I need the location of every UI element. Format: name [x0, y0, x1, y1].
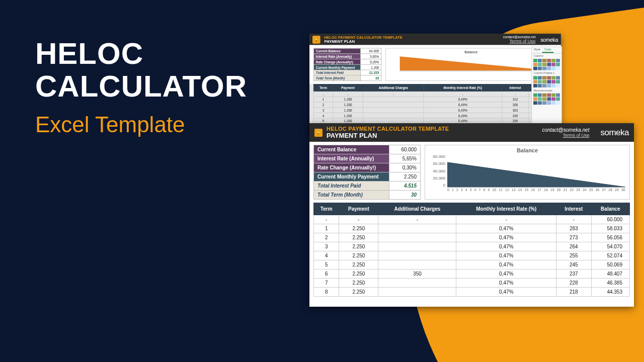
palette-tab-color[interactable]: Color — [542, 47, 553, 53]
color-palette-panel[interactable]: Style Color Colorful Colorful Palette 1 … — [531, 47, 562, 132]
terms-link[interactable]: Terms of Use — [542, 133, 589, 138]
lock-icon: 🔒 — [312, 35, 320, 43]
table-header: Monthly Interest Rate (%) — [456, 203, 556, 215]
table-header: Payment — [339, 203, 378, 215]
input-params-table: Current Balance64.000Interest Rate (Annu… — [313, 48, 381, 81]
table-row: 32.2500,47%26454.070 — [314, 242, 630, 251]
lock-icon: 🔒 — [314, 129, 323, 137]
param-label: Total Term (Month) — [314, 191, 389, 200]
table-header: Term — [314, 203, 339, 215]
table-row: -----60.000 — [314, 215, 630, 224]
table-header: Payment — [333, 84, 363, 92]
contact-email: contact@someka.net — [542, 127, 589, 133]
table-header: Balance — [591, 203, 629, 215]
table-row: 12.2500,47%28358.033 — [314, 224, 630, 233]
param-value: 5,65% — [389, 154, 421, 163]
param-value: 30 — [389, 191, 421, 200]
param-label: Total Interest Paid — [313, 70, 360, 75]
param-value: 60.000 — [389, 145, 421, 154]
table-row: -----64.000 — [313, 91, 556, 97]
param-label: Interest Rate (Annually) — [313, 54, 360, 59]
table-row: 62.2503500,47%23748.407 — [314, 269, 630, 279]
table-row: 11.2000,49%31263.112 — [313, 97, 556, 102]
table-row: 22.2500,47%27356.056 — [314, 233, 630, 242]
brand-logo: someka — [600, 128, 629, 138]
sheet-header: 🔒 HELOC PAYMENT CALCULATOR TEMPLATE PAYM… — [309, 34, 561, 45]
sheet-header: 🔒 HELOC PAYMENT CALCULATOR TEMPLATE PAYM… — [309, 123, 634, 142]
param-value: 11.333 — [361, 70, 381, 75]
hero-title: HELOC CALCULATOR Excel Template — [35, 38, 247, 137]
table-row: 41.2000,49%29960.422 — [313, 113, 556, 118]
terms-link[interactable]: Terms of Use — [503, 39, 536, 44]
amortization-table: TermPaymentAdditional ChargesMonthly Int… — [313, 203, 630, 297]
param-value: 1.200 — [361, 64, 381, 70]
param-label: Current Monthly Payment — [313, 64, 360, 70]
table-header: Term — [313, 84, 333, 92]
table-row: 31.2000,49%30361.323 — [313, 108, 556, 113]
param-label: Rate Change (Annually!) — [313, 59, 360, 65]
param-value: 63 — [361, 75, 381, 81]
param-label: Interest Rate (Annually) — [314, 154, 389, 163]
param-value: 0,20% — [361, 59, 381, 65]
table-row: 42.2500,47%25552.074 — [314, 251, 630, 260]
brand-logo: someka — [540, 36, 558, 42]
template-title: HELOC PAYMENT CALCULATOR TEMPLATE — [327, 126, 449, 132]
spreadsheet-preview-front: 🔒 HELOC PAYMENT CALCULATOR TEMPLATE PAYM… — [309, 123, 634, 307]
title-subtitle: Excel Template — [35, 112, 247, 137]
input-params-table: Current Balance60.000Interest Rate (Annu… — [313, 145, 421, 200]
param-label: Total Term (Month) — [313, 75, 360, 81]
param-label: Current Balance — [313, 48, 360, 54]
param-value: 4.515 — [389, 182, 421, 191]
balance-chart: Balance 80.00060.00040.00020.0000 012345… — [425, 145, 630, 200]
table-header: Additional Charges — [378, 203, 456, 215]
param-label: Current Monthly Payment — [314, 172, 389, 182]
spreadsheet-preview-back: 🔒 HELOC PAYMENT CALCULATOR TEMPLATE PAYM… — [309, 34, 561, 135]
param-label: Current Balance — [314, 145, 389, 154]
title-line1: HELOC — [35, 38, 247, 70]
chart-title: Balance — [428, 147, 626, 153]
param-value: 64.000 — [361, 48, 381, 54]
section-title: PAYMENT PLAN — [325, 39, 403, 43]
title-line2: CALCULATOR — [35, 70, 247, 103]
palette-tab-style[interactable]: Style — [532, 47, 542, 53]
svg-marker-0 — [399, 56, 552, 70]
table-header: Additional Charges — [363, 84, 424, 92]
param-value: 5,85% — [361, 54, 381, 59]
param-label: Rate Change (Annually!) — [314, 163, 389, 172]
contact-email: contact@someka.net — [503, 35, 536, 39]
table-header: Interest — [556, 203, 591, 215]
table-row: 72.2500,47%22846.385 — [314, 279, 630, 288]
table-row: 52.2500,47%24550.069 — [314, 260, 630, 269]
table-header: Interest — [502, 84, 528, 92]
table-header: Monthly Interest Rate (%) — [424, 84, 502, 92]
param-label: Total Interest Paid — [314, 182, 389, 191]
param-value: 0,30% — [389, 163, 421, 172]
param-value: 2.250 — [389, 172, 421, 182]
table-row: 82.2500,47%21844.353 — [314, 288, 630, 297]
section-title: PAYMENT PLAN — [327, 132, 449, 139]
template-title: HELOC PAYMENT CALCULATOR TEMPLATE — [325, 35, 403, 39]
table-row: 21.2000,49%30862.220 — [313, 102, 556, 108]
